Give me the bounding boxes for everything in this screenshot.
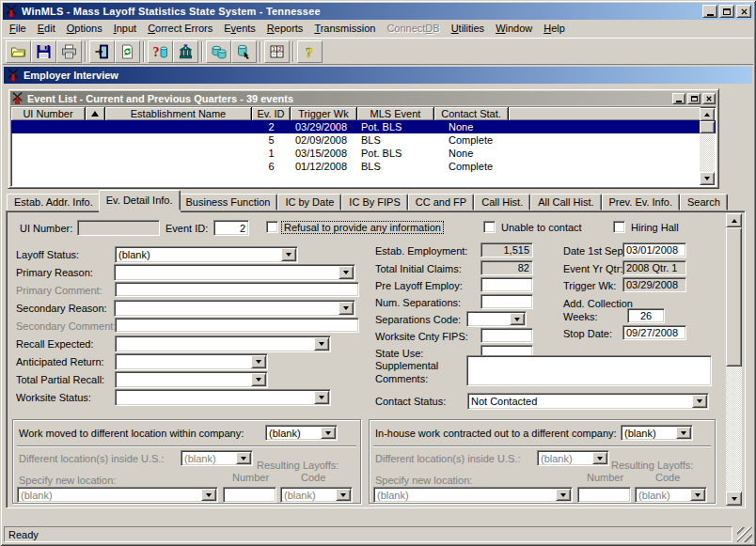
copy-database-button[interactable] bbox=[206, 40, 231, 63]
in-house-dropdown[interactable]: (blank) bbox=[621, 425, 693, 441]
chevron-down-icon[interactable] bbox=[201, 489, 216, 501]
secondary-comment-field[interactable] bbox=[115, 318, 359, 333]
date-1st-sep-field[interactable] bbox=[622, 242, 686, 257]
worksite-status-dropdown[interactable] bbox=[115, 389, 331, 406]
tab-ic-by-date[interactable]: IC by Date bbox=[277, 194, 341, 211]
resulting-code-dropdown[interactable]: (blank) bbox=[280, 487, 353, 503]
chevron-down-icon[interactable] bbox=[321, 427, 336, 439]
column-header-ev_id[interactable]: Ev. ID bbox=[252, 107, 291, 120]
chevron-down-icon[interactable] bbox=[592, 452, 607, 464]
chevron-down-icon[interactable] bbox=[314, 391, 329, 404]
exit-door-button[interactable] bbox=[89, 40, 115, 63]
chevron-down-icon[interactable] bbox=[236, 452, 251, 464]
stop-date-field[interactable] bbox=[622, 325, 686, 340]
form-scrollbar[interactable] bbox=[726, 213, 742, 506]
total-partial-recall-dropdown[interactable] bbox=[115, 371, 268, 388]
event-row[interactable]: 103/15/2008Pot. BLSNone bbox=[11, 147, 716, 160]
refusal-checkbox-label[interactable]: Refusal to provide any information bbox=[282, 222, 443, 233]
scrollbar-track[interactable] bbox=[700, 121, 715, 172]
event-row-selected[interactable]: 203/29/2008Pot. BLSNone bbox=[11, 120, 716, 133]
weeks-field[interactable] bbox=[627, 308, 665, 323]
tab-call-hist[interactable]: Call Hist. bbox=[474, 194, 530, 211]
close-button[interactable] bbox=[736, 5, 751, 18]
tab-business-function[interactable]: Business Function bbox=[179, 194, 278, 211]
sort-asc-icon[interactable] bbox=[86, 107, 105, 120]
separations-code-dropdown[interactable] bbox=[466, 311, 527, 327]
scrollbar-thumb[interactable] bbox=[726, 227, 742, 367]
menu-transmission[interactable]: Transmission bbox=[308, 21, 381, 37]
column-header-establishment[interactable]: Establishment Name bbox=[105, 107, 252, 120]
supplemental-comments-field[interactable] bbox=[466, 355, 712, 386]
scroll-down-button[interactable] bbox=[700, 172, 715, 185]
maximize-button[interactable] bbox=[719, 5, 734, 18]
chevron-down-icon[interactable] bbox=[339, 302, 354, 315]
chevron-down-icon[interactable] bbox=[556, 489, 571, 501]
menu-utilities[interactable]: Utilities bbox=[446, 21, 490, 37]
export-database-button[interactable] bbox=[231, 40, 257, 63]
event-list-minimize-button[interactable] bbox=[672, 93, 685, 104]
scroll-up-button[interactable] bbox=[726, 213, 742, 227]
print-button[interactable] bbox=[56, 40, 82, 63]
different-location-dropdown[interactable]: (blank) bbox=[537, 450, 609, 466]
primary-reason-dropdown[interactable] bbox=[114, 264, 355, 281]
menu-options[interactable]: Options bbox=[61, 21, 108, 37]
chevron-down-icon[interactable] bbox=[314, 337, 329, 351]
scroll-down-button[interactable] bbox=[726, 491, 742, 506]
refresh-page-button[interactable] bbox=[115, 40, 140, 63]
work-moved-dropdown[interactable]: (blank) bbox=[265, 425, 338, 441]
open-folder-button[interactable] bbox=[6, 40, 31, 63]
help-button[interactable]: ? bbox=[297, 40, 323, 63]
chevron-down-icon[interactable] bbox=[281, 248, 296, 261]
find-event-button[interactable]: ? bbox=[148, 40, 173, 63]
column-header-mls_event[interactable]: MLS Event bbox=[357, 107, 434, 120]
tab-ev-detail-info[interactable]: Ev. Detail Info. bbox=[99, 190, 181, 211]
save-floppy-button[interactable] bbox=[31, 40, 56, 63]
worksite-cnty-fips-field[interactable] bbox=[480, 328, 533, 343]
menu-file[interactable]: File bbox=[4, 21, 32, 37]
minimize-button[interactable] bbox=[702, 5, 717, 18]
chevron-down-icon[interactable] bbox=[676, 427, 691, 439]
menu-input[interactable]: Input bbox=[108, 21, 142, 37]
resulting-number-field[interactable] bbox=[577, 487, 631, 503]
recall-expected-dropdown[interactable] bbox=[115, 335, 331, 352]
secondary-reason-dropdown[interactable] bbox=[114, 300, 355, 317]
tab-ic-by-fips[interactable]: IC By FIPS bbox=[341, 194, 407, 211]
scrollbar-track[interactable] bbox=[726, 227, 742, 491]
event-list-close-button[interactable] bbox=[702, 93, 716, 104]
num-separations-field[interactable] bbox=[480, 294, 533, 309]
unable-to-contact-checkbox[interactable] bbox=[483, 221, 496, 233]
specify-location-dropdown[interactable]: (blank) bbox=[373, 487, 573, 503]
resize-grip[interactable] bbox=[737, 527, 752, 542]
tab-prev-ev-info[interactable]: Prev. Ev. Info. bbox=[602, 194, 680, 211]
unable-to-contact-label[interactable]: Unable to contact bbox=[501, 222, 582, 233]
menu-correct-errors[interactable]: Correct Errors bbox=[142, 21, 218, 37]
menu-window[interactable]: Window bbox=[490, 21, 538, 37]
bank-building-button[interactable] bbox=[173, 40, 198, 63]
tab-search[interactable]: Search bbox=[680, 194, 728, 211]
pre-layoff-employ-field[interactable] bbox=[480, 277, 533, 292]
scrollbar-thumb[interactable] bbox=[700, 121, 715, 133]
resulting-number-field[interactable] bbox=[223, 487, 276, 503]
menu-help[interactable]: Help bbox=[538, 21, 571, 37]
column-header-contact_stat[interactable]: Contact Stat. bbox=[434, 107, 509, 120]
ui-number-field[interactable] bbox=[77, 220, 160, 236]
contact-status-dropdown[interactable]: Not Contacted bbox=[467, 393, 709, 410]
column-header-ui_number[interactable]: UI Number bbox=[11, 107, 86, 120]
tab-all-call-hist[interactable]: All Call Hist. bbox=[530, 194, 601, 211]
specify-location-dropdown[interactable]: (blank) bbox=[17, 487, 218, 503]
chevron-down-icon[interactable] bbox=[339, 266, 354, 279]
chevron-down-icon[interactable] bbox=[251, 355, 266, 368]
tab-cc-and-fp[interactable]: CC and FP bbox=[408, 194, 474, 211]
menu-edit[interactable]: Edit bbox=[32, 21, 61, 37]
menu-events[interactable]: Events bbox=[218, 21, 261, 37]
layoff-status-dropdown[interactable]: (blank) bbox=[115, 246, 298, 263]
chevron-down-icon[interactable] bbox=[692, 395, 707, 408]
event-row[interactable]: 502/09/2008BLSComplete bbox=[11, 133, 716, 147]
column-header-trigger_wk[interactable]: Trigger Wk bbox=[291, 107, 357, 120]
event-list-maximize-button[interactable] bbox=[687, 93, 701, 104]
event-row[interactable]: 601/12/2008BLSComplete bbox=[11, 160, 716, 173]
resulting-code-dropdown[interactable]: (blank) bbox=[635, 487, 707, 503]
chevron-down-icon[interactable] bbox=[336, 489, 351, 501]
hiring-hall-label[interactable]: Hiring Hall bbox=[631, 222, 679, 233]
tab-estab-addr-info[interactable]: Estab. Addr. Info. bbox=[7, 194, 101, 211]
